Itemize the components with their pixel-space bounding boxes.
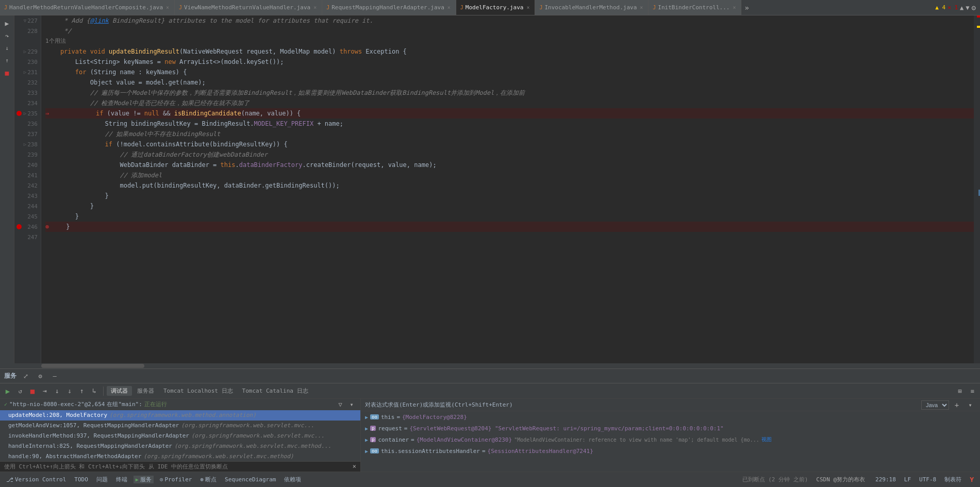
thread-dropdown-btn[interactable]: ▾	[347, 400, 356, 409]
debug-stop-btn[interactable]: ■	[27, 385, 38, 397]
editor-settings-btn[interactable]: ⚙	[972, 4, 976, 12]
tab-handler-composite[interactable]: J HandlerMethodReturnValueHandlerComposi…	[0, 0, 175, 15]
current-line-arrow: ⇒	[45, 108, 49, 119]
debug-table-btn[interactable]: ≡	[967, 385, 978, 397]
tab-close-btn4[interactable]: ×	[525, 4, 530, 11]
h-scrollbar-thumb[interactable]	[41, 364, 144, 368]
variables-hint: 对表达式求值(Enter)或添加监视(Ctrl+Shift+Enter)	[365, 401, 513, 409]
code-line-usage: 1个用法	[45, 36, 974, 46]
tab-initbinder[interactable]: J InitBinderControll... ×	[649, 0, 741, 15]
tab-close-btn5[interactable]: ×	[639, 4, 644, 11]
stack-frame-4[interactable]: handle:90, AbstractHandlerMethodAdapter …	[0, 451, 360, 461]
resume-btn[interactable]: ▶	[2, 18, 13, 29]
cursor-position[interactable]: 229:18	[873, 476, 898, 483]
line-num-245: 245	[14, 211, 41, 222]
indent-text: 制表符	[944, 476, 961, 483]
dependencies-btn[interactable]: 依赖项	[282, 476, 303, 483]
debug-run-cursor-btn[interactable]: ↳	[89, 385, 100, 397]
debug-tab-tomcat-localhost[interactable]: Tomcat Localhost 日志	[159, 386, 237, 396]
panel-settings-btn[interactable]: ⚙	[35, 371, 45, 381]
tab-requestmapping[interactable]: J RequestMappingHandlerAdapter.java ×	[322, 0, 456, 15]
tab-modelfactory[interactable]: J ModelFactory.java ×	[456, 0, 536, 15]
nav-down-btn[interactable]: ▼	[966, 4, 969, 11]
tab-close-btn6[interactable]: ×	[732, 4, 737, 11]
indent-btn[interactable]: 制表符	[942, 476, 964, 483]
code-line-231: for (String name : keyNames) {	[45, 67, 974, 77]
stack-frame-1[interactable]: getModelAndView:1057, RequestMappingHand…	[0, 421, 360, 431]
step-over-btn[interactable]: ↷	[2, 30, 13, 41]
problems-btn[interactable]: 问题	[94, 476, 110, 483]
services-tab-btn[interactable]: ▶ 服务	[134, 476, 154, 483]
stack-frame-0[interactable]: updateModel:208, ModelFactory (org.sprin…	[0, 410, 360, 421]
error-line-246-icon: ⊗	[45, 222, 49, 232]
stack-frame-2[interactable]: invokeHandlerMethod:937, RequestMappingH…	[0, 430, 360, 441]
debug-layout-btn[interactable]: ⊞	[954, 385, 966, 397]
var-row-request: ▶ p request = {ServletWebRequest@8204} "…	[361, 423, 980, 434]
tab-close-btn3[interactable]: ×	[446, 4, 452, 11]
tab-invocable[interactable]: J InvocableHandlerMethod.java ×	[535, 0, 649, 15]
tab-close-btn2[interactable]: ×	[312, 4, 318, 11]
debug-step-into-btn[interactable]: ↓	[52, 385, 63, 397]
panel-close-btn[interactable]: —	[49, 371, 60, 381]
variables-toolbar: 对表达式求值(Enter)或添加监视(Ctrl+Shift+Enter) Jav…	[361, 399, 980, 411]
hint-close-btn[interactable]: ×	[353, 463, 356, 470]
breakpoints-btn[interactable]: ⊛ 断点	[198, 476, 219, 483]
debug-resume-btn[interactable]: ▶	[2, 385, 13, 397]
version-control-btn[interactable]: ⎇ Version Control	[4, 476, 68, 483]
hint-text: 使用 Ctrl+Alt+↑向上箭头 和 Ctrl+Alt+↓向下箭头 从 IDE…	[4, 463, 228, 471]
code-line-242: model.put(bindingResultKey, dataBinder.g…	[45, 180, 974, 191]
tab-label2: ViewNameMethodReturnValueHandler.java	[184, 4, 310, 11]
call-stack-panel: ✓ "http-nio-8080-exec-2"@2,654 在组"main":…	[0, 399, 361, 472]
java-file-icon2: J	[179, 5, 182, 10]
add-watch-btn[interactable]: +	[951, 399, 962, 411]
tab-label: HandlerMethodReturnValueHandlerComposite…	[9, 4, 163, 11]
sequence-btn[interactable]: SequenceDiagram	[223, 476, 278, 483]
breakpoints-label: 断点	[205, 476, 217, 483]
more-tabs-btn[interactable]: »	[741, 4, 752, 12]
tab-viewname[interactable]: J ViewNameMethodReturnValueHandler.java …	[175, 0, 322, 15]
watch-settings-btn[interactable]: ▾	[965, 399, 976, 411]
profiler-btn[interactable]: ⊙ Profiler	[158, 476, 194, 483]
debug-tab-tomcat-catalina[interactable]: Tomcat Catalina 日志	[238, 386, 312, 396]
plugin-icon-btn[interactable]: Y	[968, 476, 976, 483]
debug-rerun-btn[interactable]: ↺	[14, 385, 26, 397]
breakpoint-235	[16, 111, 22, 116]
debug-step-out-btn[interactable]: ↑	[76, 385, 88, 397]
debug-step-over-btn[interactable]: ⇥	[39, 385, 51, 397]
hint-bar: 使用 Ctrl+Alt+↑向上箭头 和 Ctrl+Alt+↓向下箭头 从 IDE…	[0, 461, 360, 472]
view-container-link[interactable]: 视图	[761, 436, 772, 443]
expand-this-btn[interactable]: ▶	[365, 414, 368, 420]
stop-btn[interactable]: ■	[2, 67, 13, 78]
terminal-btn[interactable]: 终端	[114, 476, 129, 483]
debug-force-step-into-btn[interactable]: ⇓	[64, 385, 75, 397]
line-num-235: ▷235	[14, 108, 41, 119]
encoding-btn[interactable]: UTF-8	[917, 476, 938, 483]
code-line-234: // 检查Model中是否已经存在，如果已经存在就不添加了	[45, 98, 974, 108]
debug-tab-debugger[interactable]: 调试器	[107, 386, 132, 396]
language-select[interactable]: Java	[921, 400, 949, 410]
code-editor[interactable]: * Add {@link BindingResult} attributes t…	[41, 15, 974, 363]
debug-tab-server[interactable]: 服务器	[133, 386, 158, 396]
status-bar: ⎇ Version Control TODO 问题 终端 ▶ 服务 ⊙ Prof…	[0, 472, 980, 487]
expand-session-btn[interactable]: ▶	[365, 448, 368, 454]
step-out-btn[interactable]: ↑	[2, 55, 13, 66]
version-control-icon: ⎇	[6, 476, 13, 483]
line-num-227: ▽227	[14, 15, 41, 26]
todo-btn[interactable]: TODO	[72, 476, 90, 483]
var-row-container: ▶ p container = {ModelAndViewContainer@8…	[361, 434, 980, 445]
var-row-session: ▶ oo this.sessionAttributesHandler = {Se…	[361, 445, 980, 457]
nav-up-btn[interactable]: ▲	[960, 4, 964, 11]
expand-request-btn[interactable]: ▶	[365, 426, 368, 431]
thread-filter-btn[interactable]: ▽	[336, 400, 345, 409]
expand-container-btn[interactable]: ▶	[365, 437, 368, 443]
tab-label4: ModelFactory.java	[466, 4, 524, 11]
stack-frame-3[interactable]: handleInternal:825, RequestMappingHandle…	[0, 441, 360, 451]
debug-toolbar-sep	[103, 387, 104, 396]
java-file-icon5: J	[539, 5, 542, 10]
line-ending-btn[interactable]: LF	[902, 476, 913, 483]
horizontal-scrollbar[interactable]	[0, 363, 980, 368]
panel-expand-btn[interactable]: ⤢	[21, 371, 31, 381]
tab-close-btn[interactable]: ×	[165, 4, 170, 11]
var-val-request: {ServletWebRequest@8204} "ServletWebRequ…	[409, 425, 723, 432]
step-into-btn[interactable]: ↓	[2, 42, 13, 54]
